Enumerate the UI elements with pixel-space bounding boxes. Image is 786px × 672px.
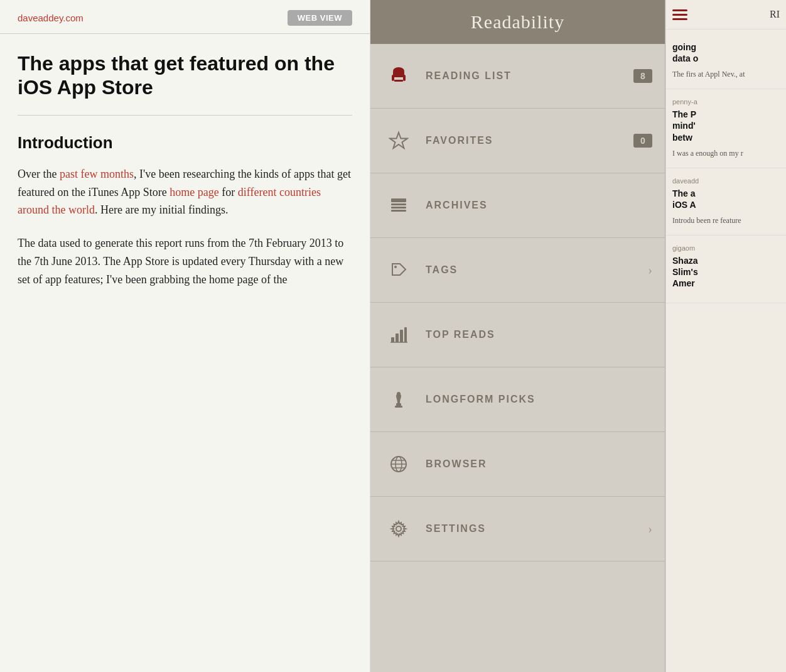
link-home-page[interactable]: home page [170, 186, 218, 198]
article-item-1[interactable]: goingdata o The firs at Appl Nev., at [666, 30, 786, 89]
menu-item-browser[interactable]: BROWSER [370, 432, 665, 497]
article-paragraph-2: The data used to generate this report ru… [18, 234, 352, 288]
svg-rect-12 [396, 333, 399, 342]
favorites-label: FAVORITES [426, 135, 633, 146]
menu-item-reading-list[interactable]: READING LIST 8 [370, 44, 665, 109]
readability-title: Readability [471, 11, 564, 32]
favorites-badge: 0 [633, 134, 652, 148]
menu-item-tags[interactable]: TAGS › [370, 238, 665, 303]
menu-item-top-reads[interactable]: TOP READS [370, 303, 665, 367]
menu-items-list: READING LIST 8 FAVORITES 0 [370, 44, 665, 672]
svg-point-18 [397, 392, 401, 396]
svg-rect-4 [394, 80, 403, 82]
globe-icon [383, 448, 414, 480]
article-title-4: ShazaSlim'sAmer [672, 255, 780, 290]
chess-piece-icon [383, 384, 414, 415]
hamburger-line-2 [672, 14, 687, 16]
article-source-4: gigaom [672, 244, 780, 252]
svg-rect-2 [392, 75, 394, 81]
svg-point-10 [394, 266, 397, 268]
longform-picks-label: LONGFORM PICKS [426, 394, 652, 405]
article-item-3[interactable]: daveadd The aiOS A Introdu been re featu… [666, 168, 786, 236]
reading-list-badge: 8 [633, 69, 652, 83]
article-content: The apps that get featured on the iOS Ap… [0, 34, 370, 317]
article-paragraph-1: Over the past few months, I've been rese… [18, 165, 352, 219]
site-url-link[interactable]: daveaddey.com [18, 13, 83, 23]
article-body: Over the past few months, I've been rese… [18, 165, 352, 289]
settings-chevron: › [648, 522, 652, 536]
svg-rect-17 [396, 403, 401, 406]
article-excerpt-1: The firs at Appl Nev., at [672, 69, 780, 80]
article-excerpt-3: Introdu been re feature [672, 215, 780, 226]
right-panel-title: RI [770, 9, 780, 20]
armchair-icon [383, 60, 414, 92]
menu-item-longform-picks[interactable]: LONGFORM PICKS [370, 367, 665, 432]
tags-label: TAGS [426, 264, 643, 276]
readability-panel: Readability READING LIST 8 [370, 0, 665, 672]
hamburger-line-3 [672, 18, 687, 20]
menu-item-settings[interactable]: SETTINGS › [370, 497, 665, 561]
svg-rect-11 [391, 337, 394, 342]
svg-rect-14 [404, 327, 407, 342]
article-item-2[interactable]: penny-a The Pmind'betw I was a enough on… [666, 89, 786, 168]
menu-item-archives[interactable]: ARCHIVES [370, 173, 665, 238]
web-view-button[interactable]: WEB VIEW [288, 10, 352, 26]
article-title-1: goingdata o [672, 41, 780, 64]
svg-point-24 [396, 526, 401, 531]
chart-icon [383, 319, 414, 350]
hamburger-line-1 [672, 9, 687, 11]
archives-label: ARCHIVES [426, 200, 652, 211]
article-title-3: The aiOS A [672, 188, 780, 210]
svg-rect-9 [391, 210, 406, 212]
browser-label: BROWSER [426, 458, 652, 470]
svg-rect-7 [391, 203, 406, 205]
settings-label: SETTINGS [426, 523, 643, 534]
svg-rect-6 [391, 198, 406, 202]
svg-marker-5 [390, 133, 407, 148]
article-title: The apps that get featured on the iOS Ap… [18, 51, 352, 100]
section-title: Introduction [18, 133, 352, 153]
archive-icon [383, 190, 414, 221]
article-panel: daveaddey.com WEB VIEW The apps that get… [0, 0, 370, 672]
link-past-few-months[interactable]: past few months [60, 168, 134, 180]
article-source-2: penny-a [672, 98, 780, 106]
menu-item-favorites[interactable]: FAVORITES 0 [370, 109, 665, 173]
top-reads-label: TOP READS [426, 329, 652, 340]
svg-rect-13 [400, 330, 403, 342]
article-title-2: The Pmind'betw [672, 109, 780, 143]
reading-list-label: READING LIST [426, 70, 633, 82]
article-item-4[interactable]: gigaom ShazaSlim'sAmer [666, 236, 786, 304]
svg-rect-16 [395, 406, 402, 408]
svg-rect-1 [393, 71, 404, 77]
article-list-panel: RI goingdata o The firs at Appl Nev., at… [665, 0, 786, 672]
readability-header: Readability [370, 0, 665, 44]
star-icon [383, 125, 414, 156]
article-header: daveaddey.com WEB VIEW [0, 0, 370, 34]
article-excerpt-2: I was a enough on my r [672, 148, 780, 159]
article-divider [18, 115, 352, 116]
tag-icon [383, 254, 414, 286]
svg-rect-8 [391, 207, 406, 209]
tags-chevron: › [648, 263, 652, 278]
gear-icon [383, 513, 414, 545]
article-list: goingdata o The firs at Appl Nev., at pe… [666, 30, 786, 303]
hamburger-icon[interactable] [672, 9, 687, 20]
article-source-3: daveadd [672, 177, 780, 185]
svg-rect-3 [403, 75, 406, 81]
right-panel-header: RI [666, 0, 786, 30]
